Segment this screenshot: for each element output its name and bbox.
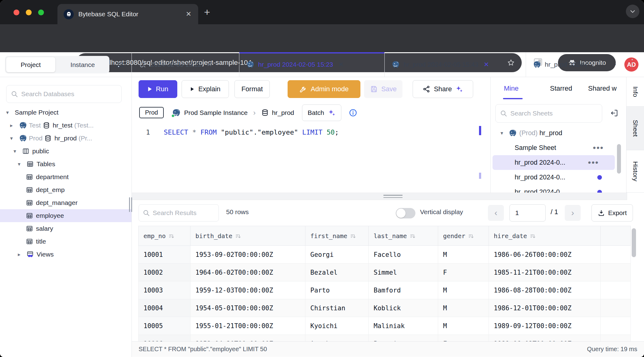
rail-tab-sheet[interactable]: Sheet xyxy=(626,107,644,150)
tab-starred[interactable]: Starred xyxy=(550,84,572,92)
caret-down-icon[interactable]: ▾ xyxy=(10,135,19,142)
table-row[interactable]: 100021964-06-02T00:00:00ZBezalelSimmelF1… xyxy=(139,264,631,281)
rail-tab-history[interactable]: History xyxy=(626,150,644,193)
share-button[interactable]: Share xyxy=(413,80,473,98)
table-row[interactable]: 100031959-12-03T00:00:00ZPartoBamfordM19… xyxy=(139,281,631,299)
sort-icon[interactable] xyxy=(350,233,356,239)
table-scrollbar-thumb[interactable] xyxy=(632,228,636,257)
browser-tab[interactable]: Bytebase SQL Editor ✕ xyxy=(57,4,198,24)
export-button[interactable]: Export xyxy=(591,204,633,222)
tree-item-hr-test[interactable]: ▸ Test hr_test (Test... xyxy=(0,119,132,132)
format-button[interactable]: Format xyxy=(234,80,270,98)
tree-item-hr-prod[interactable]: ▾ Prod hr_prod (Pr... xyxy=(0,132,132,145)
tab-mine[interactable]: Mine xyxy=(504,84,519,92)
table-row-partial[interactable]: 100061953-04-20T00:00:00ZAnnekePreusigF1… xyxy=(139,335,631,342)
collapse-panel-icon[interactable] xyxy=(610,109,618,117)
tree-item-table-dept-manager[interactable]: dept_manager xyxy=(0,196,132,209)
sheet-item-sample[interactable]: Sample Sheet ••• xyxy=(491,140,620,155)
database-search-box[interactable] xyxy=(6,85,122,103)
browser-menu-icon[interactable]: ⋮ xyxy=(627,55,637,70)
admin-mode-button[interactable]: Admin mode xyxy=(288,80,360,98)
sheet-tab-4[interactable]: hr_prod 2024-( xyxy=(526,52,606,77)
close-icon[interactable]: ✕ xyxy=(484,61,489,68)
ai-sparkles-icon[interactable] xyxy=(455,85,463,93)
new-tab-button[interactable]: + xyxy=(204,7,210,17)
database-crumb[interactable]: hr_prod xyxy=(261,109,294,116)
caret-down-icon[interactable]: ▾ xyxy=(18,161,26,167)
table-row[interactable]: 100011953-09-02T00:00:00ZGeorgiFacelloM1… xyxy=(139,246,631,264)
database-search-input[interactable] xyxy=(21,90,117,98)
sheet-tab-bar: 2024-02-05 15:22 ✕ hr_prod 2024-02-05 15… xyxy=(132,52,644,77)
prev-page-button[interactable]: ‹ xyxy=(488,205,504,221)
sort-icon[interactable] xyxy=(530,233,536,239)
browser-tab-close-icon[interactable]: ✕ xyxy=(185,10,192,18)
close-icon[interactable]: ✕ xyxy=(207,61,212,68)
sheet-tab-1[interactable]: 2024-02-05 15:22 ✕ xyxy=(132,52,239,77)
window-close-button[interactable] xyxy=(14,10,19,15)
window-minimize-button[interactable] xyxy=(26,10,32,15)
panel-scrollbar-thumb[interactable] xyxy=(617,144,621,174)
sheet-item-unsaved[interactable]: hr_prod 2024-0 xyxy=(491,185,620,193)
save-button[interactable]: Save xyxy=(364,80,402,98)
explain-button[interactable]: Explain xyxy=(182,80,229,98)
sheet-tab-2-active[interactable]: hr_prod 2024-02-05 15:23 ✕ xyxy=(239,52,385,77)
run-button[interactable]: Run xyxy=(139,80,177,98)
sheet-search-input[interactable] xyxy=(510,110,598,117)
tab-search-button[interactable] xyxy=(626,5,639,18)
tree-item-views-group[interactable]: ▸ Views xyxy=(0,248,132,261)
column-header-last-name[interactable]: last_name xyxy=(369,226,438,246)
table-row[interactable]: 100051955-01-21T00:00:00ZKyoichiMaliniak… xyxy=(139,317,631,335)
close-icon[interactable]: ✕ xyxy=(338,61,344,68)
tree-item-schema-public[interactable]: ▾ public xyxy=(0,145,132,158)
column-header-emp-no[interactable]: emp_no xyxy=(139,226,190,246)
sheet-group-hr-prod[interactable]: ▾ (Prod) hr_prod xyxy=(491,126,620,140)
tab-shared[interactable]: Shared w xyxy=(588,84,617,92)
results-search-box[interactable] xyxy=(139,204,219,222)
page-number-input[interactable] xyxy=(509,204,546,222)
table-row[interactable]: 100041954-05-01T00:00:00ZChirstianKoblic… xyxy=(139,299,631,317)
sidebar-filter-icon[interactable] xyxy=(115,60,125,70)
column-header-birth-date[interactable]: birth_date xyxy=(190,226,305,246)
sort-icon[interactable] xyxy=(468,233,474,239)
column-header-gender[interactable]: gender xyxy=(438,226,489,246)
caret-right-icon[interactable]: ▸ xyxy=(18,251,26,258)
batch-button[interactable]: Batch xyxy=(302,104,341,121)
info-icon[interactable] xyxy=(349,108,357,117)
tree-item-table-dept-emp[interactable]: dept_emp xyxy=(0,183,132,196)
sql-editor[interactable]: 1 SELECT * FROM "public"."employee" LIMI… xyxy=(132,124,490,193)
caret-down-icon[interactable]: ▾ xyxy=(6,109,15,116)
column-header-hire-date[interactable]: hire_date xyxy=(489,226,601,246)
sort-icon[interactable] xyxy=(410,233,416,239)
caret-down-icon[interactable]: ▾ xyxy=(501,130,509,136)
sidebar-resize-handle[interactable] xyxy=(129,197,132,212)
vertical-display-toggle[interactable] xyxy=(396,208,415,218)
column-header-first-name[interactable]: first_name xyxy=(305,226,369,246)
sheet-search-box[interactable] xyxy=(495,104,602,123)
sheet-item-selected[interactable]: hr_prod 2024-0... ••• xyxy=(493,155,615,170)
sheet-item-unsaved[interactable]: hr_prod 2024-0... xyxy=(491,170,620,185)
tree-item-table-salary[interactable]: salary xyxy=(0,222,132,235)
caret-right-icon[interactable]: ▸ xyxy=(10,122,19,129)
horizontal-splitter[interactable] xyxy=(132,193,644,200)
tree-item-table-title[interactable]: title xyxy=(0,235,132,248)
sql-code-line[interactable]: SELECT * FROM "public"."employee" LIMIT … xyxy=(164,128,339,136)
instance-name[interactable]: Prod Sample Instance xyxy=(184,109,248,116)
next-page-button[interactable]: › xyxy=(565,205,581,221)
rail-tab-info[interactable]: Info xyxy=(626,77,644,107)
tree-item-project[interactable]: ▾ Sample Project xyxy=(0,106,132,119)
results-search-input[interactable] xyxy=(153,209,215,217)
window-zoom-button[interactable] xyxy=(38,10,44,15)
sort-icon[interactable] xyxy=(235,233,241,239)
tree-item-table-employee[interactable]: employee xyxy=(0,209,132,222)
splitter-grip-icon[interactable] xyxy=(383,195,402,199)
sort-icon[interactable] xyxy=(168,233,175,239)
tab-project[interactable]: Project xyxy=(6,57,55,72)
tree-item-table-department[interactable]: department xyxy=(0,171,132,183)
sheet-tab-3[interactable]: hr_prod 2024-02-05 15:43 ✕ xyxy=(385,52,526,77)
caret-down-icon[interactable]: ▾ xyxy=(14,148,22,155)
tree-item-tables-group[interactable]: ▾ Tables xyxy=(0,158,132,171)
tab-instance[interactable]: Instance xyxy=(57,56,108,73)
more-actions-icon[interactable]: ••• xyxy=(588,158,599,167)
editor-zone: Run Explain Format Admin mode xyxy=(132,77,491,193)
more-actions-icon[interactable]: ••• xyxy=(593,143,604,153)
